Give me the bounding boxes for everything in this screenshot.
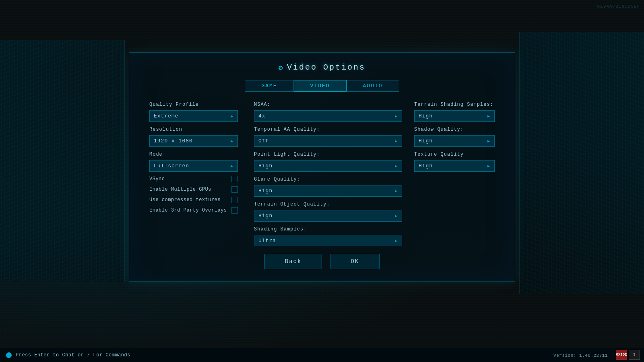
chevron-right-icon-shading: ▶ — [395, 239, 398, 243]
msaa-label: MSAA: — [254, 102, 402, 107]
publisher-logo: S — [629, 350, 640, 360]
mode-value: Fullscreen — [154, 163, 189, 169]
footer-buttons: Back OK — [149, 254, 495, 269]
chevron-right-icon-shadow: ▶ — [487, 139, 490, 144]
msaa-dropdown[interactable]: 4x ▶ — [254, 110, 402, 122]
third-party-checkbox[interactable] — [231, 207, 238, 214]
right-area: MSAA: 4x ▶ Temporal AA Quality: Off ▶ Po… — [254, 102, 495, 246]
msaa-value: 4x — [258, 113, 266, 119]
point-light-dropdown[interactable]: High ▶ — [254, 160, 402, 172]
glare-dropdown[interactable]: High ▶ — [254, 185, 402, 197]
chat-indicator-dot — [6, 352, 12, 358]
chevron-right-icon-texture: ▶ — [487, 164, 490, 169]
resolution-label: Resolution — [149, 127, 238, 132]
compressed-textures-label: Use compressed textures — [149, 197, 221, 203]
video-options-dialog: ⚙ Video Options GAME VIDEO AUDIO Quality… — [129, 52, 515, 282]
mid-column: MSAA: 4x ▶ Temporal AA Quality: Off ▶ Po… — [254, 102, 402, 246]
shadow-quality-value: High — [419, 138, 433, 144]
chevron-right-icon-terrain-shading: ▶ — [487, 114, 490, 119]
ok-button[interactable]: OK — [330, 254, 380, 269]
vsync-label: VSync — [149, 176, 165, 182]
texture-quality-label: Texture Quality — [414, 152, 495, 157]
tab-bar: GAME VIDEO AUDIO — [149, 80, 495, 92]
gear-icon: ⚙ — [279, 63, 283, 72]
bottom-bar: Press Enter to Chat or / For Commands — [0, 348, 644, 362]
shading-samples-dropdown[interactable]: Ultra ▶ — [254, 235, 402, 246]
chevron-right-icon-point: ▶ — [395, 164, 398, 169]
chevron-right-icon: ▶ — [231, 114, 233, 119]
version-text: Version: 1.40.22711 — [553, 353, 608, 358]
tab-game[interactable]: GAME — [245, 80, 293, 92]
glare-value: High — [258, 188, 272, 194]
terrain-object-label: Terrain Object Quality: — [254, 202, 402, 207]
terrain-object-dropdown[interactable]: High ▶ — [254, 210, 402, 222]
far-right-column: Terrain Shading Samples: High ▶ Shadow Q… — [414, 102, 495, 246]
hex-corner-decoration: 0E94A7B195D5EF — [597, 4, 640, 9]
multiple-gpus-checkbox[interactable] — [231, 186, 238, 193]
shadow-quality-label: Shadow Quality: — [414, 127, 495, 132]
mode-dropdown[interactable]: Fullscreen ▶ — [149, 160, 238, 172]
glare-label: Glare Quality: — [254, 177, 402, 182]
mode-label: Mode — [149, 152, 238, 157]
resolution-dropdown[interactable]: 1920 x 1080 ▶ — [149, 135, 238, 147]
resolution-value: 1920 x 1080 — [154, 138, 193, 144]
side-panel-left — [0, 40, 125, 282]
texture-quality-value: High — [419, 163, 433, 169]
chat-hint-text: Press Enter to Chat or / For Commands — [16, 352, 130, 358]
temporal-aa-value: Off — [258, 138, 269, 144]
scan-lines-left — [0, 40, 124, 282]
scan-lines-right — [520, 32, 644, 294]
point-light-label: Point Light Quality: — [254, 152, 402, 157]
multiple-gpus-row: Enable Multiple GPUs — [149, 186, 238, 193]
dialog-title-area: ⚙ Video Options — [149, 63, 495, 72]
compressed-textures-checkbox[interactable] — [231, 197, 238, 203]
tab-video[interactable]: VIDEO — [294, 80, 347, 92]
dialog-title: Video Options — [287, 63, 365, 72]
side-panel-right — [519, 32, 644, 294]
compressed-textures-row: Use compressed textures — [149, 197, 238, 203]
chevron-right-icon-3: ▶ — [231, 164, 233, 169]
content-area: Quality Profile Extreme ▶ Resolution 192… — [149, 102, 495, 246]
tab-audio[interactable]: AUDIO — [347, 80, 399, 92]
terrain-shading-label: Terrain Shading Samples: — [414, 102, 495, 107]
vsync-row: VSync — [149, 176, 238, 182]
multiple-gpus-label: Enable Multiple GPUs — [149, 187, 211, 192]
texture-quality-dropdown[interactable]: High ▶ — [414, 160, 495, 172]
terrain-shading-dropdown[interactable]: High ▶ — [414, 110, 495, 122]
shading-samples-label: Shading Samples: — [254, 226, 402, 232]
chevron-right-icon-glare: ▶ — [395, 189, 398, 193]
third-party-label: Enable 3rd Party Overlays — [149, 208, 227, 213]
temporal-aa-dropdown[interactable]: Off ▶ — [254, 135, 402, 147]
terrain-object-value: High — [258, 213, 272, 219]
temporal-aa-label: Temporal AA Quality: — [254, 127, 402, 132]
chevron-right-icon-terrain-obj: ▶ — [395, 214, 398, 218]
chevron-right-icon-temporal: ▶ — [395, 139, 398, 144]
quality-profile-label: Quality Profile — [149, 102, 238, 107]
point-light-value: High — [258, 163, 272, 169]
oxide-logo: OXIDE — [616, 350, 627, 360]
vsync-checkbox[interactable] — [231, 176, 238, 182]
left-column: Quality Profile Extreme ▶ Resolution 192… — [149, 102, 238, 246]
back-button[interactable]: Back — [264, 254, 322, 269]
shading-samples-value: Ultra — [258, 238, 276, 244]
chevron-right-icon-2: ▶ — [231, 139, 233, 144]
third-party-row: Enable 3rd Party Overlays — [149, 207, 238, 214]
quality-profile-value: Extreme — [154, 113, 179, 119]
corner-logos: OXIDE S — [616, 350, 640, 360]
quality-profile-dropdown[interactable]: Extreme ▶ — [149, 110, 238, 122]
chevron-right-icon-msaa: ▶ — [395, 114, 398, 119]
shadow-quality-dropdown[interactable]: High ▶ — [414, 135, 495, 147]
terrain-shading-value: High — [419, 113, 433, 119]
